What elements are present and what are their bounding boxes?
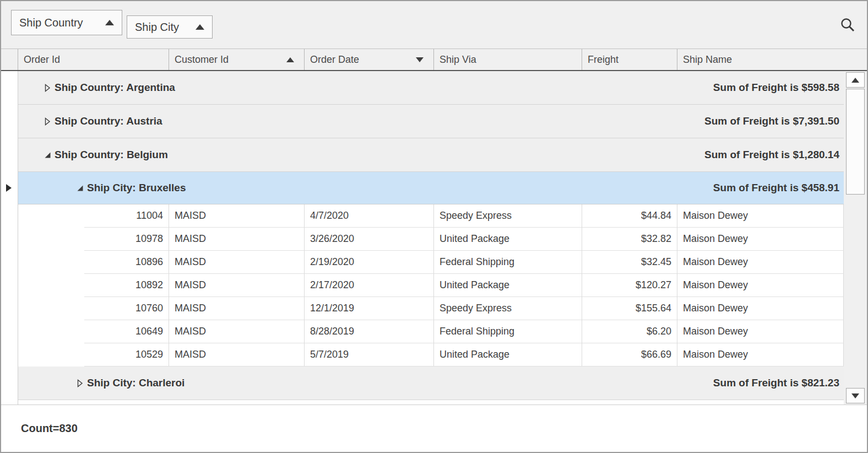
group-summary: Sum of Freight is $458.91 xyxy=(713,172,839,204)
expander-collapsed-icon[interactable] xyxy=(43,84,52,92)
search-icon[interactable] xyxy=(838,15,857,34)
group-label: Ship City: Charleroi xyxy=(87,377,185,389)
table-summary-footer: Count=830 xyxy=(1,405,867,451)
grid-body: Ship Country: Argentina Sum of Freight i… xyxy=(1,71,867,405)
record-count-label: Count=830 xyxy=(21,422,78,435)
scroll-down-button[interactable] xyxy=(846,388,865,403)
cell-order-date[interactable]: 4/7/2020 xyxy=(305,204,434,228)
cell-order-id[interactable]: 11004 xyxy=(84,204,169,228)
cell-ship-name[interactable]: Maison Dewey xyxy=(677,274,844,297)
cell-order-date[interactable]: 2/17/2020 xyxy=(305,274,434,297)
expander-expanded-icon[interactable] xyxy=(43,152,52,159)
row-indent xyxy=(18,204,84,228)
cell-ship-name[interactable]: Maison Dewey xyxy=(677,204,844,228)
scrollbar-header-spacer xyxy=(844,49,867,70)
cell-ship-via[interactable]: United Package xyxy=(434,343,582,366)
cell-order-date[interactable]: 12/1/2019 xyxy=(305,297,434,320)
group-chip-ship-country[interactable]: Ship Country xyxy=(11,10,122,35)
expander-collapsed-icon[interactable] xyxy=(43,117,52,126)
expander-expanded-icon[interactable] xyxy=(75,185,84,192)
group-row-austria[interactable]: Ship Country: Austria Sum of Freight is … xyxy=(18,105,844,138)
cell-freight[interactable]: $155.64 xyxy=(582,297,677,320)
cell-customer-id[interactable]: MAISD xyxy=(169,251,305,274)
rows-area: Ship Country: Argentina Sum of Freight i… xyxy=(18,71,844,405)
cell-order-id[interactable]: 10896 xyxy=(84,251,169,274)
cell-order-id[interactable]: 10529 xyxy=(84,343,169,366)
column-header-customer-id[interactable]: Customer Id xyxy=(169,49,305,70)
cell-ship-name[interactable]: Maison Dewey xyxy=(677,297,844,320)
cell-ship-via[interactable]: Speedy Express xyxy=(434,297,582,320)
cell-order-id[interactable]: 10892 xyxy=(84,274,169,297)
column-header-label: Ship Via xyxy=(440,54,476,66)
sort-descending-icon xyxy=(416,57,424,62)
cell-ship-via[interactable]: United Package xyxy=(434,274,582,297)
column-header-order-id[interactable]: Order Id xyxy=(18,49,169,70)
row-indent xyxy=(18,251,84,274)
cell-ship-via[interactable]: United Package xyxy=(434,228,582,251)
cell-order-date[interactable]: 2/19/2020 xyxy=(305,251,434,274)
cell-ship-name[interactable]: Maison Dewey xyxy=(677,343,844,366)
table-row: 10649 MAISD 8/28/2019 Federal Shipping $… xyxy=(18,320,844,343)
row-indicator-header xyxy=(1,49,18,70)
group-summary: Sum of Freight is $821.23 xyxy=(713,366,839,400)
cell-customer-id[interactable]: MAISD xyxy=(169,320,305,343)
cell-order-date[interactable]: 3/26/2020 xyxy=(305,228,434,251)
cell-order-date[interactable]: 5/7/2019 xyxy=(305,343,434,366)
cell-customer-id[interactable]: MAISD xyxy=(169,274,305,297)
cell-customer-id[interactable]: MAISD xyxy=(169,297,305,320)
table-row: 10760 MAISD 12/1/2019 Speedy Express $15… xyxy=(18,297,844,320)
group-row-belgium[interactable]: Ship Country: Belgium Sum of Freight is … xyxy=(18,138,844,172)
cell-customer-id[interactable]: MAISD xyxy=(169,204,305,228)
cell-order-id[interactable]: 10760 xyxy=(84,297,169,320)
row-indent xyxy=(18,320,84,343)
group-summary: Sum of Freight is $1,280.14 xyxy=(704,138,839,171)
cell-order-id[interactable]: 10649 xyxy=(84,320,169,343)
cell-ship-via[interactable]: Federal Shipping xyxy=(434,251,582,274)
cell-freight[interactable]: $32.45 xyxy=(582,251,677,274)
sort-ascending-icon xyxy=(286,57,294,62)
group-chip-ship-city[interactable]: Ship City xyxy=(127,15,213,39)
scrollbar-track[interactable] xyxy=(844,195,867,388)
sort-ascending-icon xyxy=(196,24,204,30)
cell-freight[interactable]: $32.82 xyxy=(582,228,677,251)
group-chip-label: Ship Country xyxy=(19,17,83,29)
expander-collapsed-icon[interactable] xyxy=(75,379,84,387)
cell-freight[interactable]: $6.20 xyxy=(582,320,677,343)
scroll-down-icon xyxy=(851,393,859,398)
column-header-label: Order Date xyxy=(310,54,359,66)
cell-freight[interactable]: $66.69 xyxy=(582,343,677,366)
cell-ship-name[interactable]: Maison Dewey xyxy=(677,251,844,274)
group-drop-panel: Ship Country Ship City xyxy=(1,1,867,49)
cell-ship-name[interactable]: Maison Dewey xyxy=(677,320,844,343)
column-header-ship-via[interactable]: Ship Via xyxy=(434,49,582,70)
cell-freight[interactable]: $44.84 xyxy=(582,204,677,228)
cell-ship-name[interactable]: Maison Dewey xyxy=(677,228,844,251)
cell-order-date[interactable]: 8/28/2019 xyxy=(305,320,434,343)
group-row-charleroi[interactable]: Ship City: Charleroi Sum of Freight is $… xyxy=(18,366,844,400)
column-header-ship-name[interactable]: Ship Name xyxy=(677,49,844,70)
column-header-row: Order Id Customer Id Order Date Ship Via… xyxy=(1,49,867,71)
table-row: 10529 MAISD 5/7/2019 United Package $66.… xyxy=(18,343,844,366)
vertical-scrollbar[interactable] xyxy=(844,71,867,405)
cell-customer-id[interactable]: MAISD xyxy=(169,343,305,366)
cell-customer-id[interactable]: MAISD xyxy=(169,228,305,251)
scrollbar-thumb[interactable] xyxy=(846,89,865,195)
cell-ship-via[interactable]: Federal Shipping xyxy=(434,320,582,343)
scroll-up-button[interactable] xyxy=(846,72,865,88)
group-summary: Sum of Freight is $7,391.50 xyxy=(704,105,839,138)
group-label: Ship Country: Belgium xyxy=(55,149,168,161)
cell-freight[interactable]: $120.27 xyxy=(582,274,677,297)
column-header-order-date[interactable]: Order Date xyxy=(305,49,434,70)
group-row-bruxelles[interactable]: Ship City: Bruxelles Sum of Freight is $… xyxy=(18,172,844,204)
group-label: Ship City: Bruxelles xyxy=(87,182,186,194)
row-indent xyxy=(18,228,84,251)
cell-order-id[interactable]: 10978 xyxy=(84,228,169,251)
column-header-label: Customer Id xyxy=(175,54,229,66)
cell-ship-via[interactable]: Speedy Express xyxy=(434,204,582,228)
column-header-freight[interactable]: Freight xyxy=(582,49,677,70)
group-chip-label: Ship City xyxy=(135,21,179,34)
row-indent xyxy=(18,297,84,320)
group-row-argentina[interactable]: Ship Country: Argentina Sum of Freight i… xyxy=(18,71,844,105)
column-header-label: Order Id xyxy=(24,54,60,66)
table-row: 11004 MAISD 4/7/2020 Speedy Express $44.… xyxy=(18,204,844,228)
